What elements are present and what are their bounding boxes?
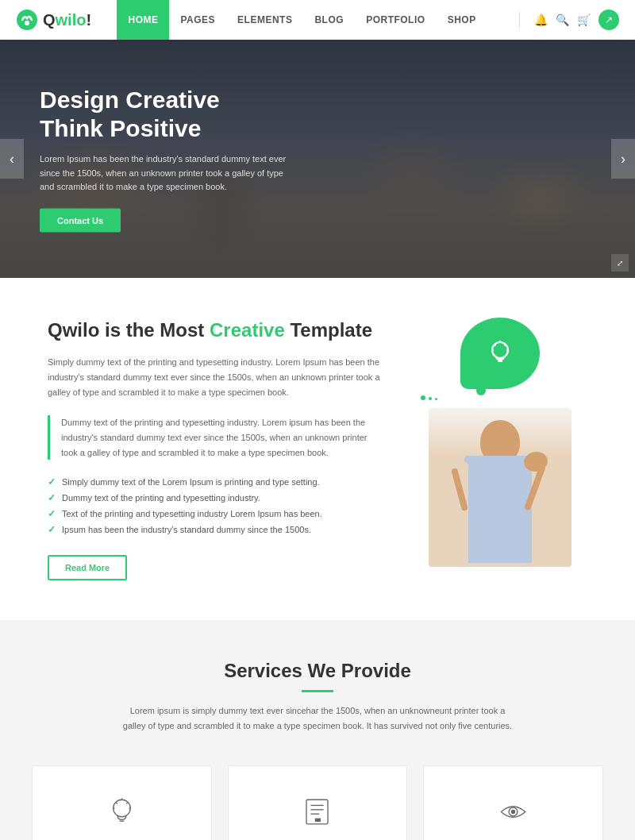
bubble-dots bbox=[413, 395, 437, 400]
search-icon[interactable]: 🔍 bbox=[556, 13, 569, 26]
svg-line-8 bbox=[495, 345, 496, 346]
share-icon[interactable]: ↗ bbox=[598, 10, 619, 30]
about-left: Qwilo is the Most Creative Template Simp… bbox=[48, 318, 381, 580]
navbar: Qwilo! HOME PAGES ELEMENTS BLOG PORTFOLI… bbox=[0, 0, 635, 40]
list-item: Dummy text of the printing and typesetti… bbox=[48, 490, 381, 506]
list-item: Text of the printing and typesetting ind… bbox=[48, 506, 381, 522]
about-list: Simply dummy text of the Lorem Ipsum is … bbox=[48, 474, 381, 538]
nav-elements[interactable]: ELEMENTS bbox=[226, 0, 303, 40]
about-section: Qwilo is the Most Creative Template Simp… bbox=[0, 278, 635, 620]
dot-1 bbox=[421, 395, 425, 400]
brand-highlight: wilo bbox=[56, 11, 87, 29]
services-grid: Awesome Sections Text ever sincehar the … bbox=[32, 765, 603, 840]
brand-name: Qwilo! bbox=[43, 11, 91, 29]
svg-point-1 bbox=[25, 21, 29, 25]
hero-content: Design CreativeThink Positive Lorem Ipsu… bbox=[40, 86, 294, 233]
notification-icon[interactable]: 🔔 bbox=[534, 13, 548, 26]
person-image bbox=[429, 408, 572, 567]
bulb-icon bbox=[484, 337, 516, 369]
logo-icon bbox=[16, 9, 38, 31]
nav-divider bbox=[519, 12, 520, 28]
contact-us-button[interactable]: Contact Us bbox=[40, 208, 121, 232]
portfolio-service-icon bbox=[295, 790, 339, 834]
hero-next-button[interactable]: › bbox=[611, 139, 635, 179]
about-title-part2: Template bbox=[285, 319, 372, 341]
svg-point-9 bbox=[114, 800, 131, 817]
about-title: Qwilo is the Most Creative Template bbox=[48, 318, 381, 342]
dot-2 bbox=[429, 397, 432, 400]
hero-prev-button[interactable]: ‹ bbox=[0, 139, 24, 179]
svg-rect-20 bbox=[315, 818, 321, 822]
hero-section: Design CreativeThink Positive Lorem Ipsu… bbox=[0, 40, 635, 278]
svg-line-14 bbox=[126, 802, 127, 803]
services-divider bbox=[302, 690, 333, 692]
nav-portfolio[interactable]: PORTFOLIO bbox=[355, 0, 437, 40]
brand: Qwilo! bbox=[16, 9, 91, 31]
hero-title: Design CreativeThink Positive bbox=[40, 86, 294, 143]
eye-service-icon bbox=[491, 790, 535, 834]
service-card-1: Portfolio Options Text ever sincehar the… bbox=[228, 765, 408, 840]
about-intro: Simply dummy text of the printing and ty… bbox=[48, 355, 381, 399]
nav-home[interactable]: HOME bbox=[117, 0, 169, 40]
about-right bbox=[413, 318, 587, 567]
list-item: Ipsum has been the industry's standard d… bbox=[48, 522, 381, 538]
service-card-0: Awesome Sections Text ever sincehar the … bbox=[32, 765, 212, 840]
hero-corner-icon[interactable]: ⤢ bbox=[611, 254, 629, 272]
dot-3 bbox=[435, 398, 437, 400]
about-quote: Dummy text of the printing and typesetti… bbox=[48, 415, 381, 460]
services-description: Lorem ipsum is simply dummy text ever si… bbox=[119, 703, 516, 733]
lightbulb-bubble bbox=[460, 318, 540, 389]
nav-blog[interactable]: BLOG bbox=[303, 0, 355, 40]
svg-line-15 bbox=[116, 802, 117, 803]
svg-line-7 bbox=[505, 345, 506, 346]
about-title-part1: Qwilo is the Most bbox=[48, 319, 210, 341]
services-title: Services We Provide bbox=[32, 660, 603, 682]
cart-icon[interactable]: 🛒 bbox=[577, 13, 591, 26]
svg-point-22 bbox=[511, 809, 515, 813]
nav-pages[interactable]: PAGES bbox=[169, 0, 226, 40]
nav-menu: HOME PAGES ELEMENTS BLOG PORTFOLIO SHOP bbox=[117, 0, 487, 40]
bulb-service-icon bbox=[100, 790, 144, 834]
list-item: Simply dummy text of the Lorem Ipsum is … bbox=[48, 474, 381, 490]
navbar-icons: 🔔 🔍 🛒 ↗ bbox=[513, 10, 619, 30]
service-card-2: Retina Ready Text ever sincehar the 1500… bbox=[423, 765, 603, 840]
read-more-button[interactable]: Read More bbox=[48, 555, 127, 580]
about-title-highlight: Creative bbox=[210, 319, 285, 341]
services-section: Services We Provide Lorem ipsum is simpl… bbox=[0, 620, 635, 840]
services-header: Services We Provide Lorem ipsum is simpl… bbox=[32, 660, 603, 733]
hero-description: Lorem Ipsum has been the industry's stan… bbox=[40, 152, 294, 195]
nav-shop[interactable]: SHOP bbox=[437, 0, 487, 40]
